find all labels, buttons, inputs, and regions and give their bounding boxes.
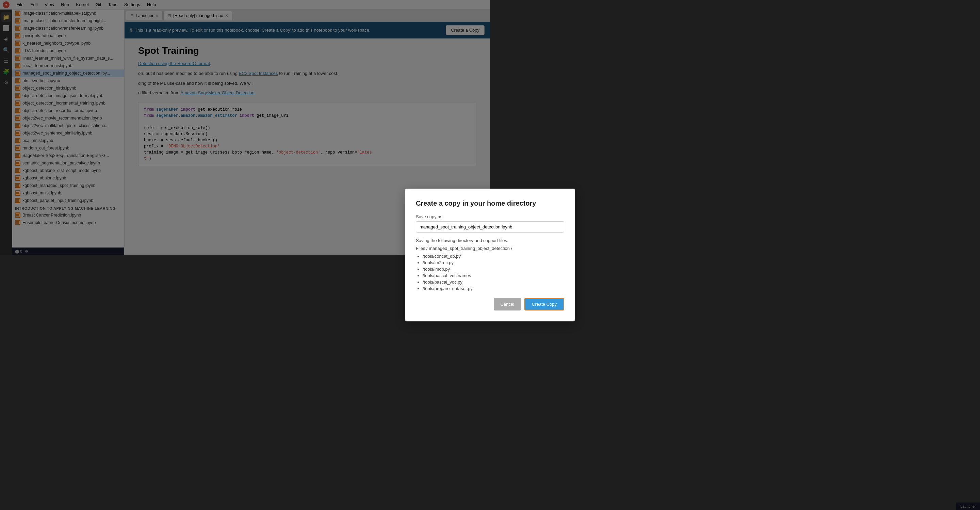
modal-path: Files / managed_spot_training_object_det… (416, 246, 490, 251)
modal-save-label: Save copy as (416, 214, 490, 219)
create-copy-modal: Create a copy in your home directory Sav… (405, 189, 490, 255)
modal-files-list: /tools/concat_db.py /tools/im2rec.py /to… (423, 253, 490, 255)
modal-file-item: /tools/concat_db.py (423, 253, 490, 255)
modal-desc: Saving the following directory and suppo… (416, 238, 490, 243)
modal-title: Create a copy in your home directory (416, 199, 490, 207)
modal-filename-input[interactable] (416, 221, 490, 233)
modal-overlay: Create a copy in your home directory Sav… (0, 0, 490, 255)
